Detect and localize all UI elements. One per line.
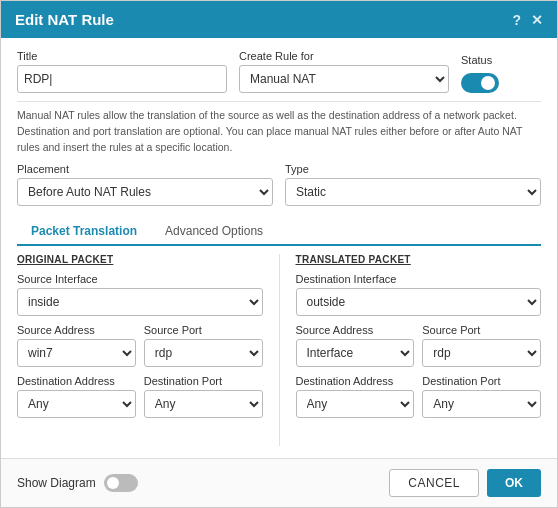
trans-source-port-group: Source Port rdp Any: [422, 324, 541, 367]
trans-dest-port-label: Destination Port: [422, 375, 541, 387]
show-diagram-label: Show Diagram: [17, 476, 96, 490]
packet-col-divider: [279, 254, 280, 446]
status-field-group: Status: [461, 54, 541, 93]
placement-type-row: Placement Before Auto NAT Rules After Au…: [17, 163, 541, 206]
placement-field-group: Placement Before Auto NAT Rules After Au…: [17, 163, 273, 206]
trans-dest-interface-label: Destination Interface: [296, 273, 542, 285]
cancel-button[interactable]: CANCEL: [389, 469, 479, 497]
type-select[interactable]: Static Dynamic: [285, 178, 541, 206]
orig-dest-port-label: Destination Port: [144, 375, 263, 387]
orig-dest-row: Destination Address Any Destination Port…: [17, 375, 263, 418]
trans-dest-address-group: Destination Address Any: [296, 375, 415, 418]
tabs-bar: Packet Translation Advanced Options: [17, 218, 541, 246]
show-diagram-section: Show Diagram: [17, 474, 138, 492]
orig-source-address-select[interactable]: win7 Any: [17, 339, 136, 367]
orig-dest-port-select[interactable]: Any: [144, 390, 263, 418]
orig-source-port-group: Source Port rdp Any: [144, 324, 263, 367]
ok-button[interactable]: OK: [487, 469, 541, 497]
orig-dest-port-group: Destination Port Any: [144, 375, 263, 418]
orig-source-port-select[interactable]: rdp Any: [144, 339, 263, 367]
title-label: Title: [17, 50, 227, 62]
trans-dest-interface-select[interactable]: outside inside any: [296, 288, 542, 316]
close-icon[interactable]: ✕: [531, 12, 543, 28]
placement-label: Placement: [17, 163, 273, 175]
edit-nat-rule-dialog: Edit NAT Rule ? ✕ Title Create Rule for …: [0, 0, 558, 508]
status-toggle[interactable]: [461, 73, 499, 93]
orig-source-address-label: Source Address: [17, 324, 136, 336]
footer-buttons: CANCEL OK: [389, 469, 541, 497]
dialog-title: Edit NAT Rule: [15, 11, 114, 28]
trans-source-address-group: Source Address Interface Any: [296, 324, 415, 367]
trans-dest-port-group: Destination Port Any: [422, 375, 541, 418]
orig-source-interface-label: Source Interface: [17, 273, 263, 285]
show-diagram-slider: [104, 474, 138, 492]
trans-source-address-select[interactable]: Interface Any: [296, 339, 415, 367]
dialog-footer: Show Diagram CANCEL OK: [1, 458, 557, 507]
show-diagram-toggle[interactable]: [104, 474, 138, 492]
orig-source-port-label: Source Port: [144, 324, 263, 336]
tab-packet-translation[interactable]: Packet Translation: [17, 218, 151, 246]
info-text: Manual NAT rules allow the translation o…: [17, 101, 541, 155]
trans-source-port-label: Source Port: [422, 324, 541, 336]
trans-source-port-select[interactable]: rdp Any: [422, 339, 541, 367]
create-rule-label: Create Rule for: [239, 50, 449, 62]
trans-dest-row: Destination Address Any Destination Port…: [296, 375, 542, 418]
header-icons: ? ✕: [512, 12, 543, 28]
status-label: Status: [461, 54, 541, 66]
create-rule-field-group: Create Rule for Manual NAT Auto NAT: [239, 50, 449, 93]
orig-source-interface-select[interactable]: inside outside any: [17, 288, 263, 316]
orig-source-row: Source Address win7 Any Source Port rdp …: [17, 324, 263, 367]
create-rule-select[interactable]: Manual NAT Auto NAT: [239, 65, 449, 93]
tab-advanced-options[interactable]: Advanced Options: [151, 218, 277, 244]
status-slider: [461, 73, 499, 93]
type-label: Type: [285, 163, 541, 175]
orig-dest-address-group: Destination Address Any: [17, 375, 136, 418]
translated-packet-label: TRANSLATED PACKET: [296, 254, 542, 265]
orig-dest-address-select[interactable]: Any: [17, 390, 136, 418]
title-field-group: Title: [17, 50, 227, 93]
packet-translation-section: ORIGINAL PACKET Source Interface inside …: [17, 254, 541, 446]
trans-source-row: Source Address Interface Any Source Port…: [296, 324, 542, 367]
status-toggle-wrapper: [461, 69, 541, 93]
original-packet-col: ORIGINAL PACKET Source Interface inside …: [17, 254, 263, 446]
placement-select[interactable]: Before Auto NAT Rules After Auto NAT Rul…: [17, 178, 273, 206]
trans-dest-interface-group: Destination Interface outside inside any: [296, 273, 542, 316]
orig-source-interface-group: Source Interface inside outside any: [17, 273, 263, 316]
help-icon[interactable]: ?: [512, 12, 521, 28]
orig-dest-address-label: Destination Address: [17, 375, 136, 387]
dialog-header: Edit NAT Rule ? ✕: [1, 1, 557, 38]
trans-dest-address-select[interactable]: Any: [296, 390, 415, 418]
translated-packet-col: TRANSLATED PACKET Destination Interface …: [296, 254, 542, 446]
orig-source-address-group: Source Address win7 Any: [17, 324, 136, 367]
original-packet-label: ORIGINAL PACKET: [17, 254, 263, 265]
top-fields-row: Title Create Rule for Manual NAT Auto NA…: [17, 50, 541, 93]
trans-dest-address-label: Destination Address: [296, 375, 415, 387]
trans-source-address-label: Source Address: [296, 324, 415, 336]
dialog-body: Title Create Rule for Manual NAT Auto NA…: [1, 38, 557, 458]
type-field-group: Type Static Dynamic: [285, 163, 541, 206]
title-input[interactable]: [17, 65, 227, 93]
trans-dest-port-select[interactable]: Any: [422, 390, 541, 418]
